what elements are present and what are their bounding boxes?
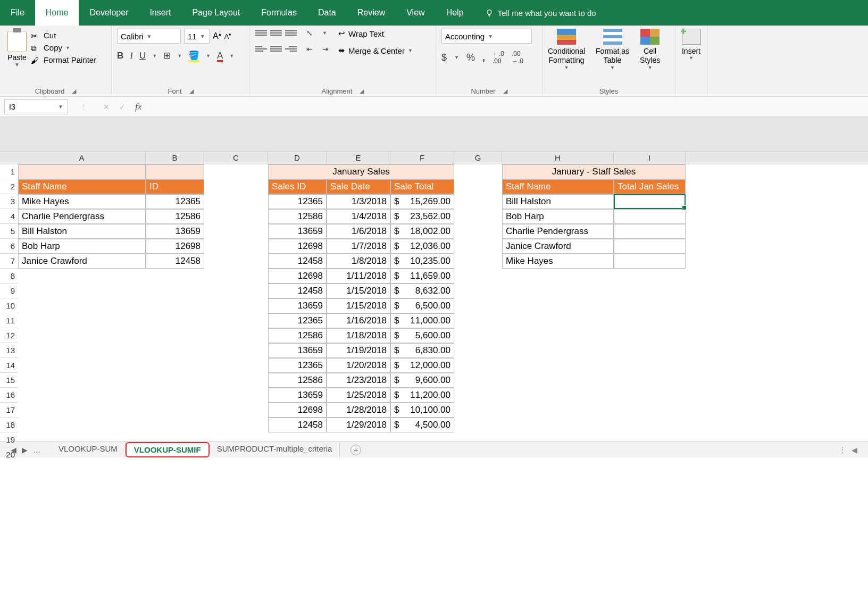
- cell-D9[interactable]: 12458: [268, 284, 327, 298]
- row-header-13[interactable]: 13: [0, 343, 18, 358]
- cell-B5[interactable]: 13659: [146, 224, 204, 239]
- cell-F6[interactable]: $12,036.00: [390, 239, 454, 254]
- tab-insert[interactable]: Insert: [139, 0, 181, 26]
- row-header-14[interactable]: 14: [0, 358, 18, 373]
- decrease-font-icon[interactable]: A▾: [224, 32, 232, 40]
- cut-button[interactable]: ✂Cut: [31, 31, 96, 40]
- cell-E9[interactable]: 1/15/2018: [327, 284, 390, 298]
- cell-D12[interactable]: 12586: [268, 328, 327, 343]
- cell-E15[interactable]: 1/23/2018: [327, 373, 390, 388]
- cell-F14[interactable]: $12,000.00: [390, 358, 454, 373]
- cell-F18[interactable]: $4,500.00: [390, 418, 454, 432]
- cell-E11[interactable]: 1/16/2018: [327, 313, 390, 328]
- col-header-D[interactable]: D: [268, 151, 327, 164]
- cell-F5[interactable]: $18,002.00: [390, 224, 454, 239]
- cell-H1-merged[interactable]: January - Staff Sales: [502, 164, 686, 179]
- formula-input[interactable]: [147, 99, 863, 114]
- cell-D1-merged[interactable]: January Sales: [268, 164, 454, 179]
- tab-help[interactable]: Help: [436, 0, 474, 26]
- row-header-12[interactable]: 12: [0, 328, 18, 343]
- cell-F3[interactable]: $15,269.00: [390, 194, 454, 209]
- tab-page-layout[interactable]: Page Layout: [181, 0, 251, 26]
- cell-E5[interactable]: 1/6/2018: [327, 224, 390, 239]
- orientation-button[interactable]: ⤡: [306, 29, 313, 37]
- row-header-18[interactable]: 18: [0, 418, 18, 432]
- cell-D11[interactable]: 12365: [268, 313, 327, 328]
- cell-B1[interactable]: [146, 164, 204, 179]
- cell-E17[interactable]: 1/28/2018: [327, 403, 390, 418]
- row-header-9[interactable]: 9: [0, 284, 18, 298]
- cancel-formula-icon[interactable]: ✕: [103, 103, 110, 111]
- cell-F8[interactable]: $11,659.00: [390, 269, 454, 284]
- cell-D17[interactable]: 12698: [268, 403, 327, 418]
- worksheet-grid[interactable]: Staff NameIDMike Hayes12365Charlie Pende…: [0, 117, 868, 457]
- cell-F9[interactable]: $8,632.00: [390, 284, 454, 298]
- cell-A2[interactable]: Staff Name: [18, 179, 146, 194]
- cell-D5[interactable]: 13659: [268, 224, 327, 239]
- increase-indent-button[interactable]: ⇥: [322, 45, 329, 53]
- row-header-1[interactable]: 1: [0, 164, 18, 179]
- tab-file[interactable]: File: [0, 0, 35, 26]
- cell-F13[interactable]: $6,830.00: [390, 343, 454, 358]
- cell-A3[interactable]: Mike Hayes: [18, 194, 146, 209]
- italic-button[interactable]: I: [130, 51, 133, 61]
- col-header-C[interactable]: C: [204, 151, 268, 164]
- cell-B7[interactable]: 12458: [146, 254, 204, 269]
- cell-H5[interactable]: Charlie Pendergrass: [502, 224, 614, 239]
- cell-E14[interactable]: 1/20/2018: [327, 358, 390, 373]
- number-format-dropdown[interactable]: Accounting▼: [441, 29, 532, 44]
- cell-F12[interactable]: $5,600.00: [390, 328, 454, 343]
- col-header-E[interactable]: E: [327, 151, 390, 164]
- cell-D10[interactable]: 13659: [268, 298, 327, 313]
- row-header-6[interactable]: 6: [0, 239, 18, 254]
- cell-D13[interactable]: 13659: [268, 343, 327, 358]
- row-header-17[interactable]: 17: [0, 403, 18, 418]
- tab-review[interactable]: Review: [347, 0, 396, 26]
- row-header-8[interactable]: 8: [0, 269, 18, 284]
- row-header-11[interactable]: 11: [0, 313, 18, 328]
- cell-A4[interactable]: Charlie Pendergrass: [18, 209, 146, 224]
- cell-styles-button[interactable]: CellStyles▼: [640, 29, 660, 70]
- cell-I4[interactable]: [614, 209, 686, 224]
- cell-B3[interactable]: 12365: [146, 194, 204, 209]
- cell-I6[interactable]: [614, 239, 686, 254]
- name-box[interactable]: I3▼: [4, 99, 68, 114]
- cell-H7[interactable]: Mike Hayes: [502, 254, 614, 269]
- cell-E4[interactable]: 1/4/2018: [327, 209, 390, 224]
- clipboard-dialog-launcher[interactable]: ◢: [72, 88, 76, 95]
- font-size-dropdown[interactable]: 11▼: [184, 29, 210, 44]
- cell-I7[interactable]: [614, 254, 686, 269]
- sheet-tab-vlookup-sumif[interactable]: VLOOKUP-SUMIF: [126, 442, 210, 457]
- format-painter-button[interactable]: 🖌Format Painter: [31, 55, 96, 64]
- row-header-3[interactable]: 3: [0, 194, 18, 209]
- row-header-4[interactable]: 4: [0, 209, 18, 224]
- font-name-dropdown[interactable]: Calibri▼: [117, 29, 181, 44]
- increase-font-icon[interactable]: A▴: [213, 31, 221, 41]
- tab-view[interactable]: View: [396, 0, 435, 26]
- font-color-button[interactable]: A: [217, 51, 223, 61]
- cell-F2[interactable]: Sale Total: [390, 179, 454, 194]
- add-sheet-button[interactable]: +: [350, 445, 361, 455]
- cell-A1[interactable]: [18, 164, 146, 179]
- row-header-7[interactable]: 7: [0, 254, 18, 269]
- cell-F4[interactable]: $23,562.00: [390, 209, 454, 224]
- fill-color-button[interactable]: 🪣: [188, 50, 199, 61]
- cell-E8[interactable]: 1/11/2018: [327, 269, 390, 284]
- cell-B2[interactable]: ID: [146, 179, 204, 194]
- cell-D7[interactable]: 12458: [268, 254, 327, 269]
- row-header-19[interactable]: 19: [0, 432, 18, 447]
- cell-B4[interactable]: 12586: [146, 209, 204, 224]
- cell-E10[interactable]: 1/15/2018: [327, 298, 390, 313]
- cell-I5[interactable]: [614, 224, 686, 239]
- row-header-15[interactable]: 15: [0, 373, 18, 388]
- col-header-G[interactable]: G: [454, 151, 502, 164]
- col-header-F[interactable]: F: [390, 151, 454, 164]
- cell-H3[interactable]: Bill Halston: [502, 194, 614, 209]
- row-header-20[interactable]: 20: [0, 447, 18, 457]
- insert-cells-button[interactable]: ✚ Insert▼: [682, 29, 701, 61]
- merge-center-button[interactable]: ⬌Merge & Center ▼: [338, 46, 413, 55]
- font-dialog-launcher[interactable]: ◢: [189, 88, 194, 95]
- cell-I3[interactable]: [614, 194, 686, 209]
- decrease-indent-button[interactable]: ⇤: [306, 45, 313, 53]
- cell-F11[interactable]: $11,000.00: [390, 313, 454, 328]
